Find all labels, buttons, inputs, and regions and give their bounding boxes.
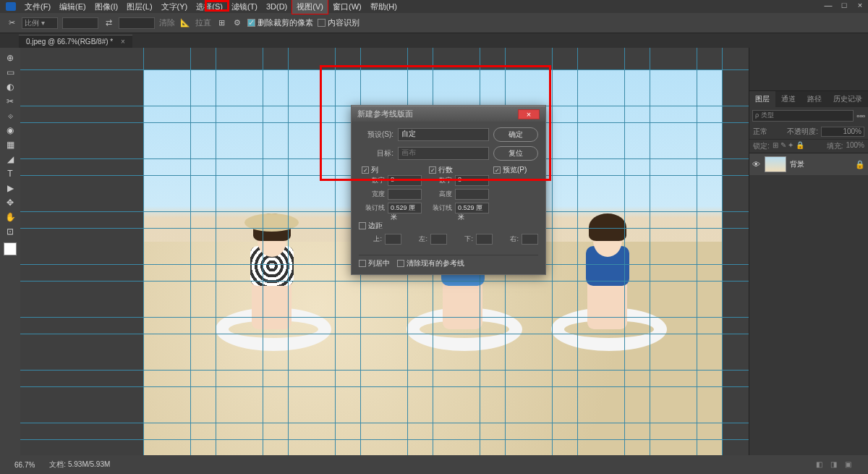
columns-checkbox[interactable]: 列 [362,165,422,175]
close-button[interactable]: × [855,1,865,9]
menu-view[interactable]: 视图(V) [292,0,328,14]
menu-type[interactable]: 文字(Y) [157,0,192,14]
status-bar: 66.7% 文档: 5.93M/5.93M ◧ ◨ ▣ [0,455,868,474]
move-tool[interactable]: ⊕ [3,51,17,64]
menu-filter[interactable]: 滤镜(T) [227,0,262,14]
sb-icon[interactable]: ▣ [845,460,854,469]
window-controls: — □ × [823,1,865,9]
gear-icon[interactable]: ⚙ [231,17,243,29]
type-tool[interactable]: T [3,167,17,179]
tab-layers[interactable]: 图层 [749,91,775,107]
target-select[interactable]: 画布 [398,147,489,160]
cols-width[interactable] [388,189,422,200]
blend-mode[interactable]: 正常 [753,127,767,137]
menu-3d[interactable]: 3D(D) [262,1,292,12]
target-label: 目标: [359,148,393,158]
gradient-tool[interactable]: ◢ [3,153,17,165]
layer-filter[interactable]: ρ 类型 [752,110,854,122]
menu-file[interactable]: 文件(F) [20,0,55,14]
hand-tool[interactable]: ✋ [3,211,17,223]
cols-gutter[interactable]: 0.529 厘米 [388,203,422,213]
dialog-close[interactable]: × [518,109,540,119]
brush-tool[interactable]: ▦ [3,138,17,151]
path-tool[interactable]: ▶ [3,182,17,194]
sb-icon[interactable]: ◨ [830,460,839,469]
color-swatch[interactable] [4,242,17,255]
cols-number[interactable]: 8 [388,175,422,186]
swap-icon[interactable]: ⇄ [103,17,114,29]
lock-icons[interactable]: ⊞ ✎ ✦ 🔒 [773,141,804,151]
menu-image[interactable]: 图像(I) [90,0,122,14]
menu-edit[interactable]: 编辑(E) [55,0,90,14]
content-aware-checkbox[interactable]: 内容识别 [318,17,359,28]
menu-layer[interactable]: 图层(L) [122,0,156,14]
straighten-icon[interactable]: 📐 [179,17,191,29]
rows-number[interactable]: 8 [455,175,489,186]
preset-select[interactable]: 自定 [398,128,489,141]
ok-button[interactable]: 确定 [493,127,538,142]
straighten-label: 拉直 [195,17,211,28]
tab-title: 0.jpeg @ 66.7%(RGB/8#) * [26,38,113,46]
lasso-tool[interactable]: ◐ [3,80,17,93]
fill-label: 填充: [827,141,843,151]
rows-height[interactable] [455,189,489,200]
margin-bottom[interactable] [476,234,493,245]
ratio-x[interactable] [62,17,98,29]
eyedropper-tool[interactable]: ⟐ [3,109,17,122]
overlay-icon[interactable]: ⊞ [216,17,227,29]
minimize-button[interactable]: — [823,1,833,9]
sb-icon[interactable]: ◧ [816,460,825,469]
clear-guides-checkbox[interactable]: 清除现有的参考线 [397,258,464,268]
crop-tool-icon: ✂ [6,17,17,29]
marquee-tool[interactable]: ▭ [3,66,17,78]
lock-label: 锁定: [753,141,770,151]
preview-checkbox[interactable]: 预览(P) [493,165,538,175]
rows-checkbox[interactable]: 行数 [429,165,489,175]
delete-cropped-checkbox[interactable]: ✓删除裁剪的像素 [247,17,313,28]
layer-thumbnail[interactable] [765,156,786,172]
tab-paths[interactable]: 路径 [801,91,827,107]
spot-tool[interactable]: ◉ [3,124,17,136]
menu-select[interactable]: 选择(S) [192,0,227,14]
filter-icon[interactable]: ▫▫▫ [856,111,865,120]
dialog-title: 新建参考线版面 [357,109,413,119]
shape-tool[interactable]: ✥ [3,196,17,208]
clear-button[interactable]: 清除 [159,17,175,28]
ratio-y[interactable] [119,17,155,29]
margin-top[interactable] [385,234,401,245]
preset-label: 预设(S): [359,130,393,140]
document-tab[interactable]: 0.jpeg @ 66.7%(RGB/8#) * × [19,35,132,48]
document-tabs: 0.jpeg @ 66.7%(RGB/8#) * × [0,33,868,48]
options-bar: ✂ 比例 ▾ ⇄ 清除 📐 拉直 ⊞ ⚙ ✓删除裁剪的像素 内容识别 [0,13,868,33]
visibility-icon[interactable]: 👁 [752,160,761,169]
maximize-button[interactable]: □ [839,1,849,9]
tab-history[interactable]: 历史记录 [827,91,868,107]
ratio-preset[interactable]: 比例 ▾ [22,17,58,29]
toolbox: ⊕ ▭ ◐ ✂ ⟐ ◉ ▦ ◢ T ▶ ✥ ✋ ⊡ [0,48,20,455]
menu-help[interactable]: 帮助(H) [366,0,401,14]
menu-window[interactable]: 窗口(W) [328,0,366,14]
margin-checkbox[interactable]: 边距 [359,221,538,231]
margin-left[interactable] [430,234,447,245]
tab-channels[interactable]: 通道 [775,91,801,107]
reset-button[interactable]: 复位 [493,146,538,161]
zoom-tool[interactable]: ⊡ [3,225,17,237]
lock-icon: 🔒 [855,160,865,169]
rows-gutter[interactable]: 0.529 厘米 [455,203,489,213]
new-guide-layout-dialog: 新建参考线版面 × 预设(S): 自定 确定 目标: 画布 复位 列 数字8 宽… [351,105,546,275]
menu-bar: 文件(F) 编辑(E) 图像(I) 图层(L) 文字(Y) 选择(S) 滤镜(T… [0,0,868,13]
dialog-title-bar[interactable]: 新建参考线版面 × [352,106,545,122]
layer-row[interactable]: 👁 背景 🔒 [749,153,868,175]
opacity-value[interactable]: 100% [821,127,864,137]
app-logo [6,2,16,11]
panel-tabs: 图层 通道 路径 历史记录 [749,91,868,107]
fill-value[interactable]: 100% [846,141,864,151]
doc-info[interactable]: 文档: 5.93M/5.93M [49,460,110,470]
opacity-label: 不透明度: [787,127,818,137]
zoom-level[interactable]: 66.7% [14,461,35,469]
tab-close[interactable]: × [121,38,125,46]
margin-right[interactable] [522,234,538,245]
crop-tool[interactable]: ✂ [3,95,17,107]
center-checkbox[interactable]: 列居中 [359,258,390,268]
layer-name[interactable]: 背景 [790,159,851,169]
